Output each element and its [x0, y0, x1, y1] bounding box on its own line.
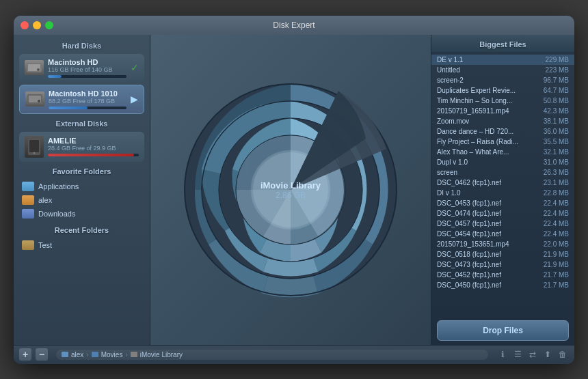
- drop-files-button[interactable]: Drop Files: [437, 320, 569, 341]
- breadcrumb-imovie[interactable]: iMovie Library: [140, 351, 183, 359]
- traffic-lights: [21, 21, 53, 29]
- disk-sub: 116 GB Free of 140 GB: [48, 66, 126, 73]
- file-row[interactable]: DE v 1.1229 MB: [431, 55, 574, 65]
- disk-bar-fill: [48, 75, 62, 78]
- file-row[interactable]: Duplicates Expert Revie...64.7 MB: [431, 85, 574, 96]
- app-window: Disk Expert Hard Disks Macintosh HD 116 …: [14, 16, 574, 364]
- file-name: Duplicates Expert Revie...: [437, 87, 535, 94]
- file-row[interactable]: 20150719_153651.mp422.0 MB: [431, 239, 574, 249]
- svg-point-8: [34, 152, 36, 154]
- file-size: 23.1 MB: [538, 179, 569, 186]
- remove-button[interactable]: −: [36, 348, 48, 361]
- donut-chart-svg: [181, 81, 400, 299]
- file-size: 64.7 MB: [538, 87, 569, 94]
- window-title: Disk Expert: [273, 20, 315, 30]
- file-size: 26.3 MB: [538, 169, 569, 176]
- recent-folders-title: Recent Folders: [19, 226, 144, 234]
- file-row[interactable]: DSC_0452 (fcp1).nef21.7 MB: [431, 270, 574, 280]
- file-name: Untitled: [437, 66, 535, 74]
- folder-item-alex[interactable]: alex: [19, 193, 144, 207]
- file-row[interactable]: screen-296.7 MB: [431, 75, 574, 85]
- bottom-bar: + − alex › Movies › iMovie Library ℹ ☰ ⇄…: [14, 345, 574, 364]
- breadcrumb-movies[interactable]: Movies: [101, 351, 123, 359]
- file-name: Alex Thao – What Are...: [437, 148, 535, 156]
- file-size: 22.0 MB: [538, 240, 569, 248]
- folder-icon-applications: [22, 182, 34, 191]
- disk-bar-fill-2: [49, 107, 88, 109]
- file-row[interactable]: DSC_0462 (fcp1).nef23.1 MB: [431, 178, 574, 188]
- sidebar: Hard Disks Macintosh HD 116 GB Free of 1…: [14, 35, 150, 345]
- file-name: DSC_0453 (fcp1).nef: [437, 199, 535, 207]
- file-size: 21.7 MB: [538, 271, 569, 279]
- folder-label-test: Test: [38, 241, 52, 249]
- share-icon[interactable]: ⬆: [542, 348, 554, 361]
- file-row[interactable]: Alex Thao – What Are...32.1 MB: [431, 147, 574, 157]
- file-name: 20150719_153651.mp4: [437, 240, 535, 248]
- file-size: 50.8 MB: [538, 97, 569, 104]
- folder-item-test[interactable]: Test: [19, 238, 144, 252]
- file-row[interactable]: DSC_0457 (fcp1).nef22.4 MB: [431, 219, 574, 229]
- file-row[interactable]: Tim Minchin – So Long...50.8 MB: [431, 96, 574, 106]
- folder-item-applications[interactable]: Applications: [19, 180, 144, 193]
- file-row[interactable]: Dupl v 1.031.0 MB: [431, 157, 574, 167]
- list-icon[interactable]: ☰: [511, 348, 524, 361]
- disk-item-macintosh-hd-1010[interactable]: Macintosh HD 1010 88.2 GB Free of 178 GB…: [19, 85, 144, 114]
- disk-check-icon: ✓: [131, 62, 139, 73]
- folder-label-alex: alex: [38, 196, 52, 204]
- file-row[interactable]: screen26.3 MB: [431, 167, 574, 178]
- file-row[interactable]: DSC_0473 (fcp1).nef21.9 MB: [431, 259, 574, 270]
- folder-item-downloads[interactable]: Downloads: [19, 207, 144, 221]
- breadcrumb-sep-2: ›: [125, 351, 127, 359]
- disk-item-macintosh-hd[interactable]: Macintosh HD 116 GB Free of 140 GB ✓: [19, 54, 144, 82]
- disk-info-2: Macintosh HD 1010 88.2 GB Free of 178 GB: [49, 89, 126, 109]
- add-button[interactable]: +: [19, 348, 31, 361]
- svg-point-5: [38, 100, 40, 102]
- file-name: DSC_0452 (fcp1).nef: [437, 271, 535, 279]
- maximize-button[interactable]: [45, 21, 53, 29]
- file-size: 38.1 MB: [538, 117, 569, 125]
- file-row[interactable]: DSC_0450 (fcp1).nef21.7 MB: [431, 280, 574, 290]
- file-row[interactable]: DSC_0453 (fcp1).nef22.4 MB: [431, 198, 574, 208]
- file-row[interactable]: Dance dance – HD 720...36.0 MB: [431, 126, 574, 137]
- minimize-button[interactable]: [33, 21, 41, 29]
- file-name: DSC_0473 (fcp1).nef: [437, 261, 535, 268]
- file-row[interactable]: DSC_0518 (fcp1).nef21.9 MB: [431, 249, 574, 259]
- file-name: screen: [437, 169, 535, 176]
- file-size: 31.0 MB: [538, 158, 569, 166]
- file-name: DE v 1.1: [437, 56, 535, 64]
- disk-name: Macintosh HD: [48, 58, 126, 66]
- chart-container: iMovie Library 2.86 GB: [181, 81, 400, 299]
- file-row[interactable]: Zoom.mov38.1 MB: [431, 116, 574, 126]
- file-row[interactable]: Fly Project – Raisa (Radi...35.5 MB: [431, 137, 574, 147]
- external-disk-bar-bg: [48, 154, 139, 156]
- svg-point-2: [37, 68, 40, 71]
- external-disk-sub: 28.4 GB Free of 29.9 GB: [48, 145, 139, 152]
- trash-icon[interactable]: 🗑: [557, 348, 569, 361]
- disk-icon: [25, 60, 44, 75]
- arrange-icon[interactable]: ⇄: [526, 348, 539, 361]
- breadcrumb-sep-1: ›: [86, 351, 88, 359]
- disk-bar-bg: [48, 75, 126, 78]
- breadcrumb-imovie-icon: [131, 352, 137, 357]
- file-size: 22.8 MB: [538, 189, 569, 197]
- info-icon[interactable]: ℹ: [496, 348, 509, 361]
- external-disk-icon: [25, 136, 44, 158]
- file-name: DSC_0474 (fcp1).nef: [437, 210, 535, 217]
- file-size: 32.1 MB: [538, 148, 569, 156]
- file-row[interactable]: 20150719_165911.mp442.3 MB: [431, 106, 574, 116]
- disk-item-amelie[interactable]: AMELIE 28.4 GB Free of 29.9 GB: [19, 132, 144, 162]
- main-content: Hard Disks Macintosh HD 116 GB Free of 1…: [14, 35, 574, 345]
- file-row[interactable]: DSC_0474 (fcp1).nef22.4 MB: [431, 208, 574, 219]
- breadcrumb-alex[interactable]: alex: [71, 351, 83, 359]
- breadcrumb[interactable]: alex › Movies › iMovie Library: [56, 350, 488, 360]
- file-row[interactable]: DSC_0454 (fcp1).nef22.4 MB: [431, 229, 574, 239]
- file-size: 21.9 MB: [538, 261, 569, 268]
- file-size: 22.4 MB: [538, 220, 569, 227]
- file-name: DSC_0518 (fcp1).nef: [437, 251, 535, 258]
- file-row[interactable]: Untitled223 MB: [431, 65, 574, 75]
- close-button[interactable]: [21, 21, 29, 29]
- file-row[interactable]: DI v 1.022.8 MB: [431, 188, 574, 198]
- folder-icon-downloads: [22, 209, 34, 219]
- favorite-folders-title: Favorite Folders: [19, 167, 144, 176]
- external-disk-bar-fill: [48, 154, 134, 156]
